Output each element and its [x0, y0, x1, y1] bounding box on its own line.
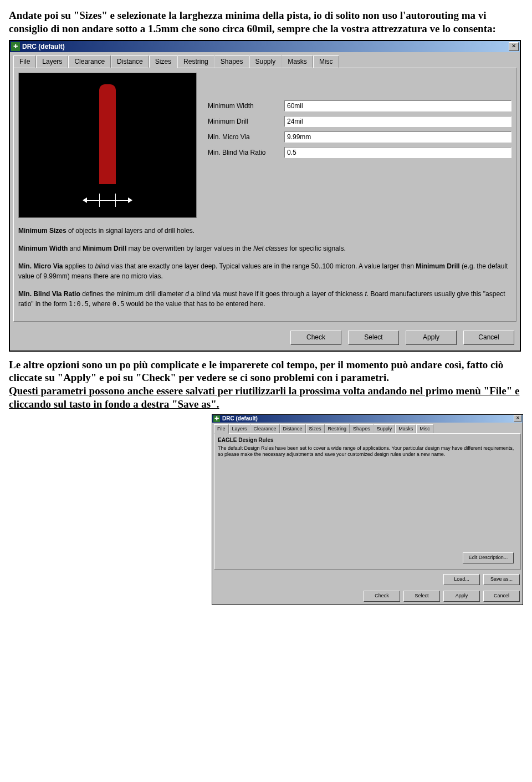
tab-clearance[interactable]: Clearance: [68, 55, 111, 68]
tab-sizes[interactable]: Sizes: [306, 424, 325, 433]
min-width-input[interactable]: [284, 100, 511, 111]
min-blind-ratio-label: Min. Blind Via Ratio: [208, 149, 280, 156]
tab-restring[interactable]: Restring: [325, 424, 350, 433]
min-width-label: Minimum Width: [208, 102, 280, 110]
dialog-button-row: Check Select Apply Cancel: [212, 588, 523, 605]
tab-shapes[interactable]: Shapes: [350, 424, 374, 433]
tab-supply[interactable]: Supply: [374, 424, 396, 433]
tab-clearance[interactable]: Clearance: [250, 424, 280, 433]
apply-button[interactable]: Apply: [443, 591, 480, 602]
eagle-rules-text: The default Design Rules have been set t…: [218, 445, 517, 458]
apply-button[interactable]: Apply: [406, 331, 457, 345]
tab-misc[interactable]: Misc: [313, 55, 339, 68]
cancel-button[interactable]: Cancel: [483, 591, 520, 602]
select-button[interactable]: Select: [348, 331, 399, 345]
tab-distance[interactable]: Distance: [280, 424, 306, 433]
tab-file[interactable]: File: [214, 424, 229, 434]
check-button[interactable]: Check: [364, 591, 400, 602]
window-title: DRC (default): [22, 43, 509, 50]
tab-masks[interactable]: Masks: [282, 55, 313, 68]
drc-window-file: DRC (default) ✕ File Layers Clearance Di…: [212, 414, 523, 605]
window-title: DRC (default): [222, 415, 514, 422]
drc-window-sizes: DRC (default) ✕ File Layers Clearance Di…: [9, 40, 521, 352]
tab-sizes[interactable]: Sizes: [149, 55, 177, 68]
cancel-button[interactable]: Cancel: [463, 331, 514, 345]
select-button[interactable]: Select: [403, 591, 440, 602]
tab-layers[interactable]: Layers: [36, 55, 68, 68]
mid-paragraph: Le altre opzioni sono un po più complica…: [9, 358, 523, 411]
tab-distance[interactable]: Distance: [111, 55, 149, 68]
save-as-button[interactable]: Save as...: [483, 574, 520, 585]
dialog-button-row: Check Select Apply Cancel: [10, 325, 520, 351]
edit-description-button[interactable]: Edit Description...: [463, 552, 514, 563]
tab-misc[interactable]: Misc: [416, 424, 433, 433]
app-icon: [213, 415, 220, 422]
close-icon[interactable]: ✕: [509, 42, 519, 51]
sizes-panel: Minimum Width Minimum Drill Min. Micro V…: [13, 68, 516, 322]
check-button[interactable]: Check: [290, 331, 341, 345]
tab-file[interactable]: File: [13, 55, 36, 68]
tabstrip: File Layers Clearance Distance Sizes Res…: [10, 52, 520, 68]
min-drill-input[interactable]: [284, 116, 511, 127]
tab-shapes[interactable]: Shapes: [214, 55, 249, 68]
titlebar: DRC (default) ✕: [10, 41, 520, 52]
track-preview: [18, 73, 197, 218]
intro-paragraph: Andate poi su "Sizes" e selezionate la l…: [9, 9, 523, 35]
min-blind-ratio-input[interactable]: [284, 147, 511, 158]
titlebar: DRC (default) ✕: [212, 415, 523, 423]
close-icon[interactable]: ✕: [514, 415, 521, 422]
tabstrip: File Layers Clearance Distance Sizes Res…: [212, 423, 523, 433]
tab-layers[interactable]: Layers: [229, 424, 250, 433]
min-micro-via-input[interactable]: [284, 131, 511, 143]
tab-masks[interactable]: Masks: [395, 424, 416, 433]
tab-supply[interactable]: Supply: [249, 55, 282, 68]
tab-restring[interactable]: Restring: [177, 55, 214, 68]
min-drill-label: Minimum Drill: [208, 118, 280, 125]
eagle-rules-heading: EAGLE Design Rules: [218, 437, 517, 443]
app-icon: [11, 42, 20, 51]
sizes-description: Minimum Sizes of objects in signal layer…: [18, 226, 511, 309]
min-micro-via-label: Min. Micro Via: [208, 133, 280, 141]
sizes-fields: Minimum Width Minimum Drill Min. Micro V…: [208, 73, 511, 218]
load-save-row: Load... Save as...: [212, 571, 523, 588]
load-button[interactable]: Load...: [443, 574, 480, 585]
file-panel: EAGLE Design Rules The default Design Ru…: [214, 433, 521, 570]
